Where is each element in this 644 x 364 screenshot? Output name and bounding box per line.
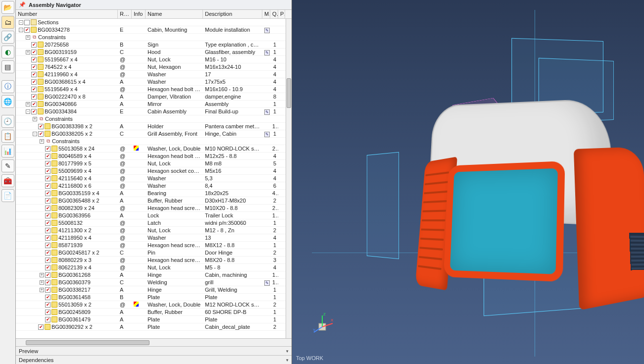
tree-row[interactable]: ✔55195649 x 4@Hexagon head bolt (ha…M16x… — [16, 86, 286, 93]
edit-flag-icon[interactable]: ✎ — [264, 28, 270, 33]
tb-history-icon[interactable]: 🕘 — [1, 115, 14, 128]
tree-row[interactable]: ✔55008132@Latchwidni p/n:3500601 — [16, 219, 286, 227]
visibility-checkbox[interactable]: ✔ — [45, 168, 50, 174]
col-q[interactable]: Q… — [270, 10, 278, 18]
tree-row[interactable]: +⧉Constraints — [16, 34, 286, 41]
expand-toggle-icon[interactable]: - — [26, 109, 30, 114]
expand-toggle-icon[interactable]: - — [19, 28, 23, 32]
horizontal-scrollbar-thumb[interactable] — [26, 340, 149, 345]
visibility-checkbox[interactable]: ✔ — [38, 131, 44, 137]
visibility-checkbox[interactable]: ✔ — [45, 146, 50, 152]
tree-row[interactable]: +✔BG00361268AHingeCabin, machining1… — [16, 271, 286, 279]
col-info[interactable]: Info — [132, 10, 146, 18]
visibility-checkbox[interactable]: ✔ — [45, 317, 50, 322]
tree-row[interactable]: ✔85871939@Hexagon head screw (f…M8X12 - … — [16, 242, 286, 249]
visibility-checkbox[interactable]: ✔ — [45, 258, 50, 263]
visibility-checkbox[interactable]: ✔ — [45, 154, 50, 159]
expand-toggle-icon[interactable]: + — [26, 102, 30, 106]
pin-icon[interactable]: 📌 — [19, 1, 26, 8]
tree-row[interactable]: ✔BG00383398 x 2AHolderPantera camber met… — [16, 123, 286, 130]
tree-row[interactable]: ✔80082309 x 24@Hexagon head screw (f…M10… — [16, 205, 286, 212]
tree-row[interactable]: ✔BG00245809ABuffer, Rubber60 SHORE DP-B1 — [16, 309, 286, 316]
visibility-checkbox[interactable]: ✔ — [45, 272, 50, 278]
expand-toggle-icon[interactable]: + — [40, 273, 44, 277]
col-m[interactable]: M… — [262, 10, 270, 18]
tree-row[interactable]: +⧉Constraints — [16, 138, 286, 145]
vertical-scrollbar-thumb[interactable] — [287, 78, 291, 108]
dependencies-panel-header[interactable]: Dependencies ▾ — [16, 355, 292, 364]
visibility-checkbox[interactable]: ✔ — [31, 94, 37, 100]
visibility-checkbox[interactable]: ✔ — [38, 324, 44, 330]
tree-row[interactable]: ✔BG00335159 x 4ABearing18x20x254… — [16, 190, 286, 197]
tree-row[interactable]: ✔BG00365488 x 2ABuffer, RubberD30xH17-M8… — [16, 197, 286, 205]
col-number[interactable]: Number — [16, 10, 118, 18]
expand-toggle-icon[interactable]: + — [40, 288, 44, 292]
assembly-tree[interactable]: -Sections-✔BG00334278ECabin, MountingMod… — [16, 19, 286, 338]
tree-row[interactable]: ✔41211300 x 2@Nut, LockM12 - 8 , Zn2 — [16, 227, 286, 234]
visibility-checkbox[interactable]: ✔ — [45, 295, 50, 300]
tree-row[interactable]: ✔55195667 x 4@Nut, LockM16 - 104 — [16, 56, 286, 63]
preview-panel-header[interactable]: Preview ▾ — [16, 346, 292, 355]
tree-row[interactable]: -Sections — [16, 19, 286, 26]
tree-row[interactable]: ✔42119960 x 4@Washer174 — [16, 71, 286, 78]
tree-row[interactable]: +✔BG00319159CHoodGlassfiber, assembly✎1 — [16, 49, 286, 56]
tree-row[interactable]: ✔20725658BSignType explanation , com…1 — [16, 41, 286, 49]
tree-row[interactable]: +✔BG00338217AHingeGrill, Welding1 — [16, 286, 286, 294]
tb-toolbox-icon[interactable]: 🧰 — [1, 174, 14, 187]
visibility-checkbox[interactable]: ✔ — [45, 191, 50, 196]
visibility-checkbox[interactable]: ✔ — [31, 87, 37, 92]
visibility-checkbox[interactable]: ✔ — [45, 250, 50, 256]
expand-toggle-icon[interactable]: - — [19, 20, 23, 25]
tb-template-icon[interactable]: 📄 — [1, 189, 14, 202]
tree-row[interactable]: ✔55009699 x 4@Hexagon socket count…M5x16… — [16, 167, 286, 175]
visibility-checkbox[interactable]: ✔ — [31, 57, 37, 62]
tree-row[interactable]: ✔80880229 x 3@Hexagon head screw (f…M8X2… — [16, 257, 286, 264]
visibility-checkbox[interactable]: ✔ — [31, 109, 37, 114]
tb-sheet-icon[interactable]: 📋 — [1, 130, 14, 143]
col-desc[interactable]: Description — [203, 10, 262, 18]
tree-row[interactable]: ✔BG00245817 x 2CPinDoor Hinge2 — [16, 249, 286, 257]
col-rev[interactable]: Re… — [118, 10, 132, 18]
visibility-checkbox[interactable]: ✔ — [38, 124, 44, 129]
visibility-checkbox[interactable]: ✔ — [45, 302, 50, 308]
tree-row[interactable]: ✔764522 x 4@Nut, HexagonM16x13x24-104 — [16, 63, 286, 71]
edit-flag-icon[interactable]: ✎ — [264, 132, 270, 137]
tree-row[interactable]: -✔BG00334384ECabin AssemblyFinal Build-u… — [16, 108, 286, 115]
graphics-viewport[interactable]: Z X Y Top WORK — [292, 0, 644, 364]
horizontal-scrollbar[interactable] — [16, 338, 292, 346]
visibility-checkbox[interactable]: ✔ — [45, 206, 50, 211]
visibility-checkbox[interactable]: ✔ — [31, 102, 37, 107]
tree-row[interactable]: ✔42115640 x 4@Washer5,34 — [16, 175, 286, 182]
tb-web-icon[interactable]: 🌐 — [1, 95, 14, 108]
tb-chart-icon[interactable]: 📊 — [1, 145, 14, 157]
visibility-checkbox[interactable]: ✔ — [45, 228, 50, 233]
visibility-checkbox[interactable]: ✔ — [45, 287, 50, 293]
edit-flag-icon[interactable]: ✎ — [264, 109, 270, 115]
col-name[interactable]: Name — [146, 10, 203, 18]
tb-open-icon[interactable]: 📂 — [1, 1, 14, 14]
visibility-checkbox[interactable]: ✔ — [45, 161, 50, 166]
visibility-checkbox[interactable]: ✔ — [31, 42, 37, 48]
cad-model-cabin[interactable] — [396, 84, 644, 322]
tree-row[interactable]: ✔BG00361479APlatePlate1 — [16, 316, 286, 323]
tree-row[interactable]: -✔BG00338205 x 2CGrill Assembly, FrontHi… — [16, 130, 286, 138]
visibility-checkbox[interactable]: ✔ — [45, 183, 50, 189]
visibility-checkbox[interactable]: ✔ — [31, 79, 37, 85]
tree-row[interactable]: +⧉Constraints — [16, 115, 286, 123]
visibility-checkbox[interactable]: ✔ — [45, 213, 50, 218]
visibility-checkbox[interactable]: ✔ — [45, 198, 50, 204]
visibility-checkbox[interactable]: ✔ — [45, 220, 50, 226]
visibility-checkbox[interactable]: ✔ — [31, 72, 37, 77]
tb-constraint-icon[interactable]: 🔗 — [1, 31, 14, 44]
tree-row[interactable]: -✔BG00334278ECabin, MountingModule insta… — [16, 26, 286, 34]
visibility-checkbox[interactable]: ✔ — [45, 310, 50, 315]
tb-layers-icon[interactable]: ▤ — [1, 60, 14, 73]
visibility-checkbox[interactable]: ✔ — [31, 64, 37, 70]
expand-toggle-icon[interactable]: + — [26, 50, 30, 54]
visibility-checkbox[interactable]: ✔ — [45, 176, 50, 181]
tree-row[interactable]: ✔BG00390292 x 2APlateCabin_decal_plate2 — [16, 323, 286, 331]
visibility-checkbox[interactable]: ✔ — [45, 235, 50, 241]
expand-toggle-icon[interactable]: + — [33, 117, 37, 121]
col-p[interactable]: P… — [278, 10, 285, 18]
expand-toggle-icon[interactable]: + — [40, 139, 44, 144]
